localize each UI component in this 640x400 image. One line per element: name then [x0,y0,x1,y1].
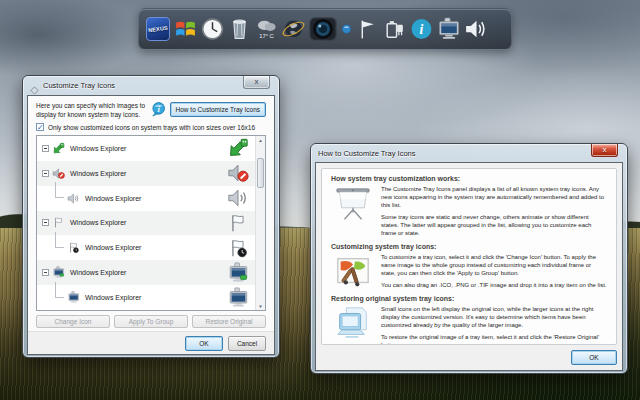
speaker-large-icon [227,187,249,209]
window-title: How to Customize Tray Icons [318,149,416,158]
flag-clock-small-icon [67,241,80,254]
help-content-panel: How system tray customization works:The … [321,168,617,345]
flag-small-icon [52,216,65,229]
tray-row[interactable]: Windows Explorer [37,260,265,285]
how-to-customize-window: How to Customize Tray Icons x How system… [310,143,628,374]
info-bubble-icon: i [151,102,166,117]
globe-dock-icon[interactable] [281,14,306,44]
checkbox-label: Only show customized icons on system tra… [48,124,255,131]
tray-row[interactable]: Windows Explorer [37,186,265,211]
tray-row-label: Windows Explorer [70,170,126,177]
apply-to-group-button[interactable]: Apply To Group [114,315,188,328]
titlebar[interactable]: How to Customize Tray Icons x [315,144,623,162]
how-to-customize-button[interactable]: How to Customize Tray Icons [170,102,266,117]
weather-dock-icon[interactable]: 17° C [254,14,279,44]
tray-row[interactable]: Windows Explorer [37,136,265,161]
change-icon-button[interactable]: Change Icon [36,315,110,328]
section-heading: Restoring original system tray icons: [331,295,607,302]
tray-row-label: Windows Explorer [85,195,141,202]
speaker-small-icon [67,192,80,205]
section-body: Small icons on the left display the orig… [331,305,607,345]
only-show-customized-checkbox[interactable]: ✓ Only show customized icons on system t… [28,120,274,132]
tree-collapse-icon[interactable] [42,170,49,177]
svg-text:17° C: 17° C [259,33,274,39]
ok-button[interactable]: OK [571,350,617,365]
close-icon[interactable]: x [243,76,270,89]
window-title: Customize Tray Icons [43,81,115,90]
info-dock-icon[interactable]: i [409,14,434,44]
tray-row-label: Windows Explorer [70,219,126,226]
section-paragraph: Small icons on the left display the orig… [381,305,607,329]
windows-dock-icon[interactable] [173,14,198,44]
tree-collapse-icon[interactable] [42,145,49,152]
cancel-button[interactable]: Cancel [228,336,266,351]
flag-white-dock-icon[interactable] [355,14,380,44]
monitor-ok-large-icon [227,262,249,284]
tree-connector [55,282,64,298]
window-diamond-icon [30,81,39,90]
nexus-dock-icon[interactable]: NEXUS [145,14,171,44]
clock-dock-icon[interactable] [200,14,225,44]
scroll-up-icon[interactable]: ▲ [258,136,262,144]
camera-dock-icon[interactable] [308,14,338,44]
volume-dock-icon[interactable] [463,14,488,44]
tray-row-label: Windows Explorer [70,269,126,276]
section-body: To customize a tray icon, select it and … [331,253,607,293]
power-plug-dock-icon[interactable] [382,14,407,44]
computer-icon [333,305,373,343]
usb-eject-large-icon [227,137,249,159]
svg-text:i: i [420,22,424,37]
action-button-row: Change IconApply To GroupRestore Origina… [28,311,274,331]
recycle-bin-dock-icon[interactable] [227,14,252,44]
list-scrollbar[interactable]: ▲▼ [255,136,265,310]
tray-row-label: Windows Explorer [70,145,126,152]
flag-clock-large-icon [227,237,249,259]
close-icon[interactable]: x [591,144,618,157]
tray-row[interactable]: Windows Explorer [37,161,265,186]
desktop: NEXUS17° Ci Customize Tray Icons x Here … [0,0,640,400]
tray-row[interactable]: Windows Explorer [37,235,265,260]
monitor-ok-small-icon [52,266,65,279]
monitor-tray-dock-icon[interactable] [436,14,461,44]
flag-large-icon [227,212,249,234]
titlebar[interactable]: Customize Tray Icons x [27,76,275,95]
section-paragraph: You can also drag an .ICO, .PNG or .TIF … [381,281,607,289]
scroll-thumb[interactable] [257,158,264,188]
projector-screen-icon [333,185,373,223]
dialog-footer: OK Cancel [28,331,274,354]
nexus-dock: NEXUS17° Ci [138,8,512,50]
section-paragraph: To customize a tray icon, select it and … [381,253,607,277]
tray-row[interactable]: Windows Explorer [37,211,265,236]
speaker-muted-small-icon [52,167,65,180]
monitor-small-icon [67,291,80,304]
restore-original-button[interactable]: Restore Original [192,315,266,328]
section-heading: Customizing system tray icons: [331,243,607,250]
section-body: The Customize Tray Icons panel displays … [331,185,607,241]
tree-connector [55,182,64,198]
section-paragraph: To restore the original image of a tray … [381,333,607,345]
tree-collapse-icon[interactable] [42,219,49,226]
tree-collapse-icon[interactable] [42,269,49,276]
customize-tray-icons-window: Customize Tray Icons x Here you can spec… [22,75,280,358]
speaker-muted-large-icon [227,162,249,184]
tree-connector [55,232,64,248]
tray-row-label: Windows Explorer [85,294,141,301]
dialog-description: Here you can specify which images to dis… [36,101,147,119]
monitor-large-icon [227,287,249,309]
blue-dot-dock-icon[interactable] [340,14,353,44]
section-paragraph: Some tray icons are static and never cha… [381,213,607,237]
checkbox-check-icon[interactable]: ✓ [36,123,44,131]
section-heading: How system tray customization works: [331,175,607,182]
section-paragraph: The Customize Tray Icons panel displays … [381,185,607,209]
tray-icon-list: Windows ExplorerWindows ExplorerWindows … [36,135,266,311]
ok-button[interactable]: OK [185,336,223,351]
scroll-down-icon[interactable]: ▼ [258,302,262,310]
usb-eject-small-icon [52,142,65,155]
tray-row-label: Windows Explorer [85,244,141,251]
tray-row[interactable]: Windows Explorer [37,285,265,310]
paint-picture-icon [333,253,373,291]
dialog-footer: OK [321,345,617,365]
